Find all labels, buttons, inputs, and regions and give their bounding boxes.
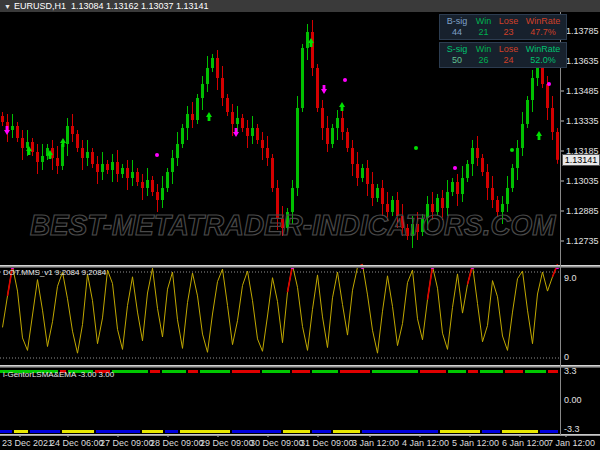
window-splitter-2[interactable] [0,365,600,368]
time-label: 28 Dec 09:00 [150,438,204,448]
sell-dot-icon [343,78,347,82]
chart-window: ▼EURUSD,H1 1.13084 1.13162 1.13037 1.131… [0,0,600,450]
price-label: 1.13785 [566,26,599,36]
gentor-upper-segment [548,370,558,373]
gentor-lower-segment [62,430,94,433]
price-label: 1.12885 [566,206,599,216]
symbol-period-label: EURUSD,H1 [14,1,66,11]
stats-cell: Win [472,44,495,55]
gentor-upper-segment [292,370,310,373]
sell-arrow-icon [233,128,239,137]
indicator-axis-label: 3.3 [564,366,577,376]
buy-arrow-icon [536,131,542,140]
gentor-upper-segment [262,370,290,373]
sell-dot-icon [453,166,457,170]
chart-dropdown-icon[interactable]: ▼ [4,1,11,13]
gentor-upper-segment [340,370,370,373]
watermark-text: BEST-METATRADER-INDICATORS.COM [30,209,548,242]
stats-cell: 21 [472,27,495,38]
price-label: 1.13035 [566,176,599,186]
gentor-upper-segment [420,370,446,373]
time-label: 30 Dec 09:00 [250,438,304,448]
current-price-badge: 1.13141 [562,154,600,166]
buy-dot-icon [510,148,514,152]
gentor-lower-segment [30,430,60,433]
stats-cell: 23 [495,27,522,38]
gentor-lower-segment [482,430,500,433]
stats-cell: WinRate [522,44,564,55]
signal-stats-panel: B-sigWinLoseWinRate44212347.7%S-sigWinLo… [439,14,567,70]
stats-cell: 24 [495,55,522,66]
stats-cell: Lose [495,16,522,27]
gentor-upper-segment [468,370,478,373]
gentor-upper-segment [112,370,148,373]
gentor-upper-segment [372,370,418,373]
stats-cell: 52.0% [522,55,564,66]
gentor-upper-segment [162,370,186,373]
time-label: 7 Jan 12:00 [548,438,595,448]
stats-cell: Win [472,16,495,27]
price-label: 1.13335 [566,116,599,126]
price-axis[interactable]: 1.137851.136351.134851.133351.131851.130… [561,12,600,435]
gentor-upper-segment [312,370,338,373]
price-label: 1.13485 [566,86,599,96]
sell-arrow-icon [4,126,10,135]
stats-block: B-sigWinLoseWinRate44212347.7% [439,14,567,40]
gentor-lower-segment [14,430,28,433]
indicator-axis-label: 0.00 [564,395,582,405]
gentor-lower-segment [232,430,281,433]
gentor-upper-segment [150,370,160,373]
stats-cell: 44 [442,27,472,38]
osc-signal-segment [428,266,433,299]
osc-signal-segment [288,265,293,292]
time-label: 5 Jan 12:00 [452,438,499,448]
gentor-lower-segment [333,430,360,433]
indicator-axis-label: -3.3 [564,424,580,434]
stats-cell: S-sig [442,44,472,55]
time-label: 23 Dec 2021 [2,438,53,448]
stats-cell: 26 [472,55,495,66]
time-label: 24 Dec 06:00 [50,438,104,448]
time-label: 3 Jan 12:00 [352,438,399,448]
buy-arrow-icon [339,102,345,111]
time-label: 27 Dec 09:00 [100,438,154,448]
sell-dot-icon [155,153,159,157]
gentor-upper-segment [200,370,230,373]
time-axis-separator [0,434,600,436]
stats-cell: Lose [495,44,522,55]
time-label: 6 Jan 12:00 [502,438,549,448]
gentor-lower-segment [165,430,178,433]
gentor-lower-segment [312,430,331,433]
buy-dot-icon [414,146,418,150]
gentor-lower-segment [180,430,230,433]
stats-cell: WinRate [522,16,564,27]
gentor-upper-segment [188,370,198,373]
gentor-lower-segment [96,430,140,433]
gentor-lower-segment [540,430,558,433]
gentor-lower-segment [142,430,163,433]
sell-dot-icon [547,82,551,86]
stats-cell: B-sig [442,16,472,27]
time-axis[interactable]: 23 Dec 202124 Dec 06:0027 Dec 09:0028 De… [0,437,600,450]
gentor-lower-segment [440,430,480,433]
indicator-axis-label: 9.0 [564,273,577,283]
oscillator-label: DOT.MMS_v1 9.2084 9.2084 [3,268,106,277]
gentor-label: i-GentorLSMA&EMA -3.00 3.00 [3,370,114,379]
ohlc-values: 1.13084 1.13162 1.13037 1.13141 [71,1,209,11]
gentor-upper-segment [232,370,260,373]
time-label: 31 Dec 09:00 [300,438,354,448]
stats-block: S-sigWinLoseWinRate50262452.0% [439,42,567,68]
time-label: 29 Dec 09:00 [200,438,254,448]
gentor-upper-segment [525,370,546,373]
buy-arrow-icon [60,138,66,147]
gentor-upper-segment [505,370,523,373]
chart-title-bar: ▼EURUSD,H1 1.13084 1.13162 1.13037 1.131… [0,0,600,12]
price-label: 1.12735 [566,236,599,246]
sell-arrow-icon [321,85,327,94]
gentor-upper-segment [480,370,503,373]
stats-cell: 47.7% [522,27,564,38]
gentor-upper-segment [448,370,466,373]
gentor-lower-segment [362,430,438,433]
gentor-lower-segment [283,430,310,433]
time-label: 4 Jan 12:00 [402,438,449,448]
